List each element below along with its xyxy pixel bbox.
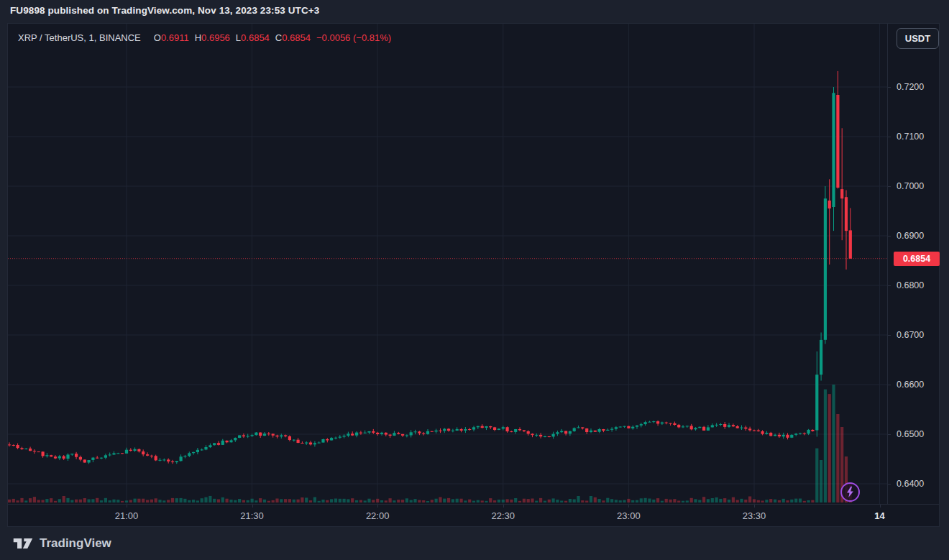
price-tick-label: 0.7100 <box>897 131 940 142</box>
time-tick-mark <box>503 505 504 508</box>
price-tick-mark <box>888 137 891 137</box>
ohlc-value: 0.6854 <box>241 32 270 43</box>
footer-brand-link[interactable]: TradingView <box>12 536 111 551</box>
time-tick-label: 22:00 <box>366 510 390 521</box>
tradingview-logo-icon <box>12 536 34 551</box>
ohlc-value: 0.6911 <box>161 32 189 43</box>
ohlc-value: 0.6956 <box>201 32 230 43</box>
ohlc-key: O <box>154 32 161 43</box>
time-tick-label: 14 <box>874 510 884 521</box>
price-tick-mark <box>888 236 891 237</box>
time-tick-mark <box>252 505 253 508</box>
change-value: −0.0056 (−0.81%) <box>316 32 391 43</box>
time-tick-mark <box>628 505 629 508</box>
ohlc-value: 0.6854 <box>282 32 311 43</box>
price-tick-mark <box>888 186 891 187</box>
price-tick-mark <box>888 484 891 485</box>
ohlc-key: H <box>195 32 201 43</box>
price-tick-label: 0.6900 <box>897 230 940 242</box>
price-tick-label: 0.6800 <box>897 280 940 291</box>
price-tick-mark <box>888 335 891 336</box>
symbol-title: XRP / TetherUS, 1, BINANCE <box>18 32 141 43</box>
chart-panel: XRP / TetherUS, 1, BINANCEO0.6911H0.6956… <box>7 23 940 527</box>
time-tick-label: 23:00 <box>617 510 641 521</box>
time-tick-label: 22:30 <box>491 510 515 521</box>
published-chart-page: FU9898 published on TradingView.com, Nov… <box>0 0 949 560</box>
ohlc-key: L <box>236 32 241 43</box>
currency-toggle-button[interactable]: USDT <box>897 28 939 49</box>
lightning-bolt-glyph <box>842 484 858 500</box>
price-tick-mark <box>888 285 891 286</box>
time-tick-label: 21:30 <box>240 510 264 521</box>
price-tick-label: 0.7000 <box>897 180 940 192</box>
price-tick-mark <box>888 385 891 385</box>
publish-info-line: FU9898 published on TradingView.com, Nov… <box>10 5 319 16</box>
time-tick-mark <box>377 505 378 508</box>
time-axis[interactable]: 21:0021:3022:0022:3023:0023:3014 <box>8 504 939 527</box>
ohlc-values: O0.6911H0.6956L0.6854C0.6854 <box>148 32 311 43</box>
price-tick-label: 0.7200 <box>897 81 940 93</box>
price-tick-label: 0.6500 <box>897 428 940 440</box>
price-tick-label: 0.6600 <box>897 379 940 390</box>
lightning-icon[interactable] <box>840 482 860 502</box>
last-price-label: 0.6854 <box>894 252 940 266</box>
chart-legend: XRP / TetherUS, 1, BINANCEO0.6911H0.6956… <box>18 32 391 43</box>
time-tick-label: 21:00 <box>115 510 139 521</box>
price-tick-mark <box>888 87 891 88</box>
time-tick-mark <box>880 505 881 508</box>
price-tick-mark <box>888 434 891 435</box>
time-tick-label: 23:30 <box>743 510 766 521</box>
time-tick-mark <box>127 505 127 508</box>
candlestick-plot[interactable] <box>8 24 887 504</box>
ohlc-key: C <box>275 32 282 43</box>
brand-name: TradingView <box>40 536 111 551</box>
price-tick-label: 0.6400 <box>897 478 940 490</box>
price-tick-label: 0.6700 <box>897 329 940 341</box>
time-tick-mark <box>754 505 755 508</box>
